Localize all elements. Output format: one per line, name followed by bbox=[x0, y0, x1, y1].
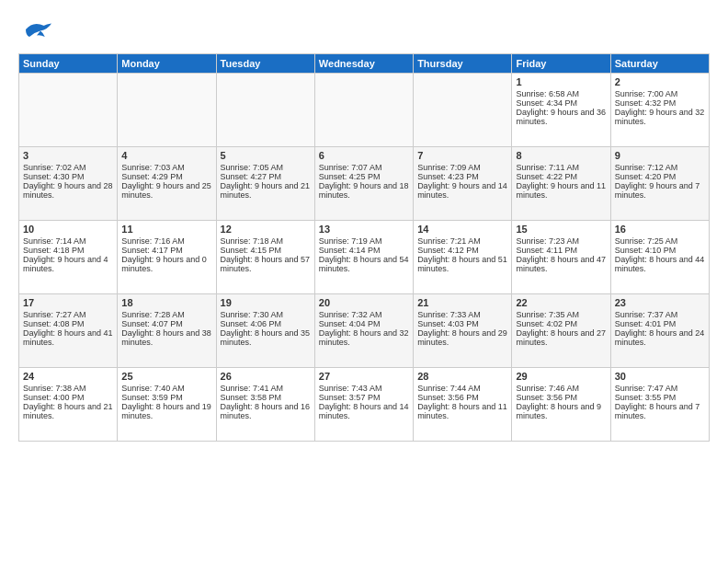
day-info: Sunrise: 7:28 AM bbox=[121, 310, 211, 319]
day-info: Sunset: 4:01 PM bbox=[615, 319, 705, 328]
calendar-cell bbox=[314, 74, 413, 147]
day-number: 4 bbox=[121, 150, 211, 161]
day-info: Sunrise: 7:05 AM bbox=[221, 163, 311, 172]
col-header-friday: Friday bbox=[512, 54, 610, 74]
col-header-monday: Monday bbox=[118, 54, 216, 74]
day-number: 23 bbox=[615, 297, 705, 308]
calendar-cell bbox=[414, 74, 512, 147]
day-info: Sunrise: 7:30 AM bbox=[221, 310, 311, 319]
day-number: 22 bbox=[516, 297, 606, 308]
day-number: 14 bbox=[417, 224, 507, 235]
day-info: Sunset: 4:23 PM bbox=[417, 172, 507, 181]
day-info: Sunset: 4:02 PM bbox=[516, 319, 606, 328]
day-info: Sunrise: 7:44 AM bbox=[417, 384, 507, 393]
day-info: Sunrise: 7:27 AM bbox=[23, 310, 113, 319]
day-info: Daylight: 8 hours and 29 minutes. bbox=[417, 328, 507, 347]
day-info: Sunrise: 7:14 AM bbox=[23, 236, 113, 246]
day-number: 30 bbox=[615, 371, 705, 382]
day-info: Sunset: 4:22 PM bbox=[516, 172, 606, 181]
col-header-sunday: Sunday bbox=[19, 54, 118, 74]
day-number: 24 bbox=[23, 371, 113, 382]
day-info: Daylight: 9 hours and 28 minutes. bbox=[23, 181, 113, 200]
day-info: Sunrise: 6:58 AM bbox=[516, 89, 606, 98]
calendar-cell bbox=[19, 74, 118, 147]
day-info: Daylight: 9 hours and 36 minutes. bbox=[516, 108, 606, 126]
calendar-cell: 17Sunrise: 7:27 AMSunset: 4:08 PMDayligh… bbox=[19, 294, 118, 368]
calendar-cell: 4Sunrise: 7:03 AMSunset: 4:29 PMDaylight… bbox=[118, 147, 216, 221]
day-info: Daylight: 8 hours and 11 minutes. bbox=[417, 402, 507, 420]
calendar-cell: 11Sunrise: 7:16 AMSunset: 4:17 PMDayligh… bbox=[118, 221, 216, 294]
calendar-cell: 10Sunrise: 7:14 AMSunset: 4:18 PMDayligh… bbox=[19, 221, 118, 294]
day-info: Sunset: 4:00 PM bbox=[23, 393, 113, 402]
day-info: Sunrise: 7:32 AM bbox=[319, 310, 409, 319]
day-info: Daylight: 9 hours and 0 minutes. bbox=[121, 255, 211, 273]
day-number: 25 bbox=[121, 371, 211, 382]
day-number: 19 bbox=[221, 297, 311, 308]
day-number: 18 bbox=[121, 297, 211, 308]
day-info: Sunrise: 7:47 AM bbox=[615, 384, 705, 393]
day-info: Sunrise: 7:16 AM bbox=[121, 236, 211, 246]
day-info: Daylight: 9 hours and 32 minutes. bbox=[615, 108, 705, 126]
calendar-cell: 29Sunrise: 7:46 AMSunset: 3:56 PMDayligh… bbox=[512, 368, 610, 442]
day-number: 10 bbox=[23, 224, 113, 235]
day-info: Sunset: 4:15 PM bbox=[221, 246, 311, 255]
day-info: Sunrise: 7:25 AM bbox=[615, 236, 705, 246]
col-header-thursday: Thursday bbox=[414, 54, 512, 74]
day-number: 20 bbox=[319, 297, 409, 308]
day-info: Daylight: 8 hours and 51 minutes. bbox=[417, 255, 507, 273]
day-number: 21 bbox=[417, 297, 507, 308]
day-info: Sunrise: 7:02 AM bbox=[23, 163, 113, 172]
calendar-cell: 12Sunrise: 7:18 AMSunset: 4:15 PMDayligh… bbox=[216, 221, 314, 294]
logo-icon bbox=[18, 15, 55, 48]
day-info: Sunrise: 7:07 AM bbox=[319, 163, 409, 172]
col-header-wednesday: Wednesday bbox=[314, 54, 413, 74]
calendar-cell: 26Sunrise: 7:41 AMSunset: 3:58 PMDayligh… bbox=[216, 368, 314, 442]
day-info: Daylight: 9 hours and 25 minutes. bbox=[121, 181, 211, 200]
day-info: Sunset: 3:55 PM bbox=[615, 393, 705, 402]
day-info: Daylight: 9 hours and 11 minutes. bbox=[516, 181, 606, 200]
day-info: Sunrise: 7:19 AM bbox=[319, 236, 409, 246]
day-info: Daylight: 8 hours and 32 minutes. bbox=[319, 328, 409, 347]
day-info: Sunrise: 7:37 AM bbox=[615, 310, 705, 319]
day-info: Daylight: 9 hours and 4 minutes. bbox=[23, 255, 113, 273]
day-info: Sunset: 3:58 PM bbox=[221, 393, 311, 402]
day-info: Sunset: 4:32 PM bbox=[615, 98, 705, 108]
calendar-cell: 18Sunrise: 7:28 AMSunset: 4:07 PMDayligh… bbox=[118, 294, 216, 368]
day-info: Sunset: 4:11 PM bbox=[516, 246, 606, 255]
day-number: 8 bbox=[516, 150, 606, 161]
calendar-cell: 23Sunrise: 7:37 AMSunset: 4:01 PMDayligh… bbox=[610, 294, 709, 368]
day-info: Sunset: 3:56 PM bbox=[516, 393, 606, 402]
calendar-cell: 21Sunrise: 7:33 AMSunset: 4:03 PMDayligh… bbox=[414, 294, 512, 368]
day-info: Sunrise: 7:03 AM bbox=[121, 163, 211, 172]
day-info: Daylight: 8 hours and 27 minutes. bbox=[516, 328, 606, 347]
day-info: Sunrise: 7:41 AM bbox=[221, 384, 311, 393]
day-info: Sunset: 4:27 PM bbox=[221, 172, 311, 181]
day-info: Sunrise: 7:40 AM bbox=[121, 384, 211, 393]
day-info: Sunset: 4:08 PM bbox=[23, 319, 113, 328]
calendar-cell: 5Sunrise: 7:05 AMSunset: 4:27 PMDaylight… bbox=[216, 147, 314, 221]
day-number: 11 bbox=[121, 224, 211, 235]
calendar-cell: 19Sunrise: 7:30 AMSunset: 4:06 PMDayligh… bbox=[216, 294, 314, 368]
col-header-tuesday: Tuesday bbox=[216, 54, 314, 74]
day-number: 3 bbox=[23, 150, 113, 161]
day-number: 29 bbox=[516, 371, 606, 382]
calendar-cell: 28Sunrise: 7:44 AMSunset: 3:56 PMDayligh… bbox=[414, 368, 512, 442]
day-info: Daylight: 9 hours and 14 minutes. bbox=[417, 181, 507, 200]
calendar-table: SundayMondayTuesdayWednesdayThursdayFrid… bbox=[18, 53, 710, 442]
day-info: Daylight: 8 hours and 24 minutes. bbox=[615, 328, 705, 347]
day-info: Sunrise: 7:35 AM bbox=[516, 310, 606, 319]
calendar-cell bbox=[216, 74, 314, 147]
day-info: Sunrise: 7:46 AM bbox=[516, 384, 606, 393]
day-number: 17 bbox=[23, 297, 113, 308]
calendar-cell: 2Sunrise: 7:00 AMSunset: 4:32 PMDaylight… bbox=[610, 74, 709, 147]
day-info: Sunset: 4:17 PM bbox=[121, 246, 211, 255]
day-info: Sunset: 4:34 PM bbox=[516, 98, 606, 108]
day-info: Sunset: 3:59 PM bbox=[121, 393, 211, 402]
day-number: 5 bbox=[221, 150, 311, 161]
logo bbox=[18, 15, 57, 48]
calendar-cell: 8Sunrise: 7:11 AMSunset: 4:22 PMDaylight… bbox=[512, 147, 610, 221]
day-info: Daylight: 8 hours and 38 minutes. bbox=[121, 328, 211, 347]
day-info: Sunrise: 7:18 AM bbox=[221, 236, 311, 246]
day-number: 28 bbox=[417, 371, 507, 382]
calendar-cell bbox=[118, 74, 216, 147]
